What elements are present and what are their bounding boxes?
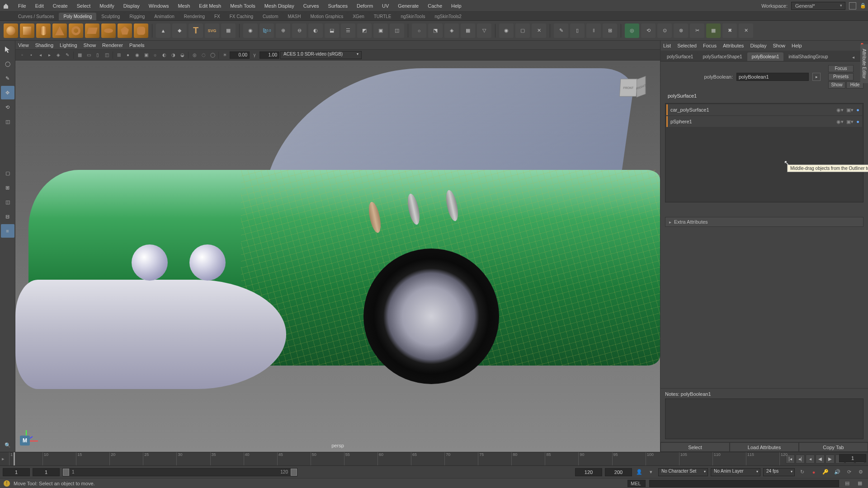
time-slider[interactable]: ▸ 11015202530354045505560657075808590951…: [0, 452, 868, 465]
warning-icon[interactable]: !: [4, 480, 10, 487]
shelf-tab-poly-modeling[interactable]: Poly Modeling: [59, 13, 96, 20]
attr-menu-attributes[interactable]: Attributes: [723, 43, 744, 48]
paint-select-tool-icon[interactable]: ✎: [1, 71, 14, 85]
focus-button[interactable]: Focus: [828, 65, 854, 72]
menu-mesh[interactable]: Mesh: [173, 1, 194, 10]
menu-display[interactable]: Display: [119, 1, 144, 10]
attr-editor-side-tab[interactable]: Attribute Editor: [860, 44, 868, 83]
view-cube[interactable]: FRONT RIGHT: [615, 74, 642, 101]
circularize-icon[interactable]: ◎: [625, 23, 639, 38]
quad-draw-icon[interactable]: ▢: [515, 23, 530, 38]
snap-grid3-icon[interactable]: ⊟: [1, 210, 14, 223]
time-editor-icon[interactable]: ⟳: [844, 468, 854, 476]
menu-select[interactable]: Select: [72, 1, 95, 10]
shelf-tab-rigging[interactable]: Rigging: [125, 13, 149, 20]
menu-windows[interactable]: Windows: [144, 1, 174, 10]
vp-xray-icon[interactable]: ◌: [199, 51, 208, 59]
attr-tab-polysurfaceshape1[interactable]: polySurfaceShape1: [698, 52, 746, 61]
script-output-icon[interactable]: ▦: [855, 479, 864, 488]
input-objects-list[interactable]: car_polySurface1 ◉▾ ▣▾ ● pSphere1 ◉▾ ▣▾ …: [665, 103, 863, 202]
detach-icon[interactable]: ✂: [690, 23, 704, 38]
spin-edge-icon[interactable]: ⟲: [641, 23, 656, 38]
append-poly-icon[interactable]: ▣: [373, 23, 388, 38]
fill-hole-icon[interactable]: ◫: [390, 23, 404, 38]
target-weld-icon[interactable]: ✕: [532, 23, 546, 38]
shelf-tab-curves[interactable]: Curves / Surfaces: [14, 13, 58, 20]
vp-shadows-icon[interactable]: ◐: [160, 51, 168, 59]
vp-camera-attrs-icon[interactable]: ▪: [27, 51, 35, 59]
crease-icon[interactable]: ▦: [461, 23, 475, 38]
vp-lights-icon[interactable]: ☼: [151, 51, 159, 59]
maya-badge-icon[interactable]: M: [20, 436, 30, 446]
node-name-input[interactable]: [736, 73, 809, 81]
bridge-icon[interactable]: ☰: [341, 23, 355, 38]
combine-icon[interactable]: ⊕: [276, 23, 290, 38]
content-browser-icon[interactable]: ▦: [221, 23, 236, 38]
attr-menu-focus[interactable]: Focus: [703, 43, 717, 48]
shelf-tab-custom[interactable]: Custom: [258, 13, 283, 20]
attr-menu-show[interactable]: Show: [773, 43, 785, 48]
attr-menu-list[interactable]: List: [663, 43, 671, 48]
attr-tab-initialshadinggroup[interactable]: initialShadingGroup: [784, 52, 832, 61]
separate-icon[interactable]: ⊖: [292, 23, 307, 38]
poly-superellipse-icon[interactable]: [134, 23, 148, 38]
character-menu-icon[interactable]: ▾: [646, 468, 656, 476]
shelf-tab-fx-caching[interactable]: FX Caching: [225, 13, 258, 20]
offset-edge-icon[interactable]: ⫴: [586, 23, 601, 38]
playback-end-input[interactable]: [575, 468, 602, 476]
vp-textured-icon[interactable]: ▣: [142, 51, 150, 59]
input-display-icon[interactable]: ●: [856, 119, 859, 125]
menu-curves[interactable]: Curves: [299, 1, 324, 10]
insert-edge-loop-icon[interactable]: ▯: [570, 23, 585, 38]
vp-menu-show[interactable]: Show: [84, 42, 96, 48]
character-set-icon[interactable]: 👤: [635, 468, 644, 476]
mirror-icon[interactable]: ⬔: [428, 23, 443, 38]
vp-film-gate-icon[interactable]: ▭: [85, 51, 93, 59]
vp-exposure-icon[interactable]: ☀: [221, 51, 229, 59]
step-back-key-button[interactable]: ◂|: [796, 455, 805, 464]
prefs-icon[interactable]: ⚙: [856, 468, 865, 476]
poly-torus-icon[interactable]: [69, 23, 83, 38]
vp-colorspace-dropdown[interactable]: ACES 1.0 SDR-video (sRGB): [280, 51, 362, 59]
viewport[interactable]: FRONT RIGHT M persp: [15, 61, 660, 452]
vp-2d-pan-icon[interactable]: ◈: [54, 51, 62, 59]
show-button[interactable]: Show: [828, 81, 845, 89]
poly-disc-icon[interactable]: [101, 23, 116, 38]
collapse-icon[interactable]: ⊗: [674, 23, 688, 38]
multi-cut-icon[interactable]: ✎: [554, 23, 568, 38]
loop-icon[interactable]: ↻: [797, 468, 807, 476]
search-icon[interactable]: 🔍: [1, 438, 14, 452]
poly-cone-icon[interactable]: [52, 23, 67, 38]
vp-select-camera-icon[interactable]: ▫: [18, 51, 26, 59]
vp-gamma-input[interactable]: [230, 52, 250, 59]
vp-image-plane-icon[interactable]: ▸: [45, 51, 53, 59]
input-object-item[interactable]: car_polySurface1 ◉▾ ▣▾ ●: [666, 104, 862, 115]
input-node-icon[interactable]: ▣▾: [846, 119, 854, 125]
workspace-dropdown[interactable]: General*: [791, 2, 845, 10]
rotate-tool-icon[interactable]: ⟲: [1, 100, 14, 114]
scale-tool-icon[interactable]: ◫: [1, 115, 14, 128]
sculpt-icon[interactable]: ◉: [499, 23, 514, 38]
subdiv-icon[interactable]: ◈: [444, 23, 459, 38]
time-slider-collapse-icon[interactable]: ▸: [0, 456, 6, 462]
command-line-input[interactable]: [649, 480, 839, 487]
vp-exposure-input[interactable]: [259, 52, 279, 59]
soft-select-icon[interactable]: ◉: [243, 23, 258, 38]
vp-resolution-gate-icon[interactable]: ▯: [94, 51, 102, 59]
outliner-icon[interactable]: ≡: [1, 224, 14, 238]
menu-deform[interactable]: Deform: [352, 1, 377, 10]
load-attributes-button[interactable]: Load Attributes: [730, 442, 799, 452]
poly-prism-icon[interactable]: ◆: [172, 23, 187, 38]
svg-import-icon[interactable]: SVG: [205, 23, 219, 38]
merge-icon[interactable]: ⊙: [657, 23, 672, 38]
attr-menu-help[interactable]: Help: [792, 43, 802, 48]
vp-menu-view[interactable]: View: [18, 42, 29, 48]
last-tool-icon[interactable]: ▢: [1, 166, 14, 180]
menu-generate[interactable]: Generate: [393, 1, 423, 10]
lock-icon[interactable]: 🔒: [860, 3, 866, 9]
poly-plane-icon[interactable]: [85, 23, 99, 38]
poly-sphere-icon[interactable]: [4, 23, 18, 38]
input-visibility-icon[interactable]: ◉▾: [836, 119, 844, 125]
menu-mesh-tools[interactable]: Mesh Tools: [226, 1, 259, 10]
range-slider-end-handle[interactable]: [291, 469, 297, 476]
